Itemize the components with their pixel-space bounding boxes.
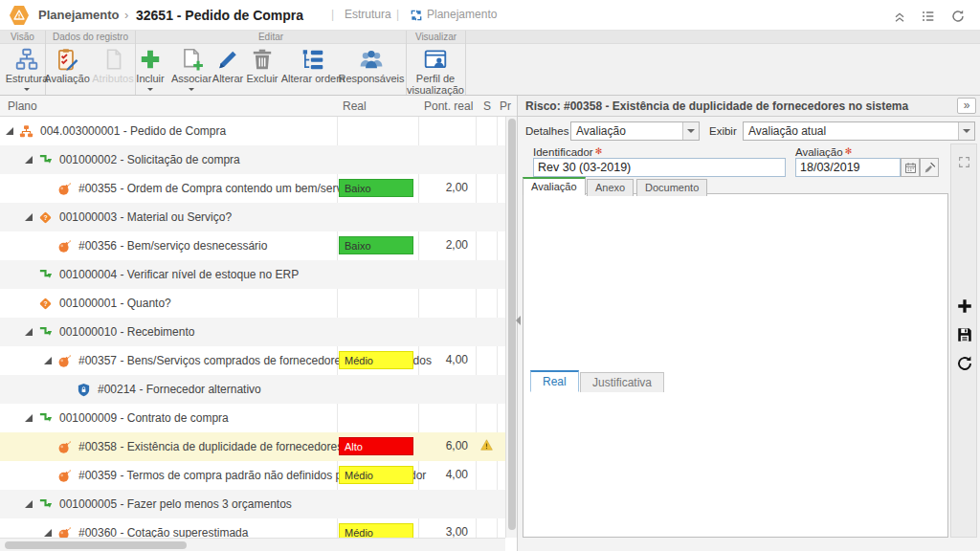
incluir-button[interactable]: Incluir xyxy=(129,47,171,96)
tree-row-label: 001000002 - Solicitação de compra xyxy=(59,153,240,166)
tree-row-label: 001000003 - Material ou Serviço? xyxy=(59,210,232,224)
table-row[interactable]: #00356 - Bem/serviço desnecessário Baixo… xyxy=(0,231,505,260)
status-badge: Médio xyxy=(339,351,413,369)
table-row[interactable]: #00359 - Termos de compra padrão não def… xyxy=(0,461,505,490)
risk-bomb-icon xyxy=(57,182,72,196)
save-button[interactable] xyxy=(956,326,973,343)
identificador-label: Identificador xyxy=(533,146,602,158)
table-row[interactable]: #00357 - Bens/Serviços comprados de forn… xyxy=(0,346,505,375)
tree-row-label: 001000001 - Quanto? xyxy=(59,297,171,310)
expander-icon[interactable] xyxy=(25,156,33,164)
table-row[interactable]: 001000003 - Material ou Serviço? xyxy=(0,203,505,231)
header-link-planejamento[interactable]: Planejamento xyxy=(427,8,497,21)
scrollbar-thumb[interactable] xyxy=(5,541,187,549)
trash-icon xyxy=(250,47,275,72)
tree-row-label: #00356 - Bem/serviço desnecessário xyxy=(78,239,267,253)
divider: | xyxy=(331,8,334,21)
risk-bomb-icon xyxy=(57,354,72,368)
col-plano[interactable]: Plano xyxy=(8,99,37,113)
clear-date-button[interactable] xyxy=(920,158,939,177)
exibir-label: Exibir xyxy=(709,125,737,137)
chevron-down-icon xyxy=(147,88,153,94)
refresh-icon xyxy=(956,355,973,372)
table-row[interactable]: 001000004 - Verificar nível de estoque n… xyxy=(0,260,505,289)
avaliacao-date-input[interactable] xyxy=(795,158,901,177)
divider: | xyxy=(396,8,399,21)
table-row[interactable]: 001000005 - Fazer pelo menos 3 orçamento… xyxy=(0,490,505,518)
tab-anexo[interactable]: Anexo xyxy=(587,179,634,196)
plus-icon xyxy=(956,298,973,315)
toolbar-group-dados: Dados do registro xyxy=(46,31,135,44)
calendar-button[interactable] xyxy=(901,158,920,177)
toolbar: Visão Dados do registro Editar Visualiza… xyxy=(0,31,980,96)
activity-icon xyxy=(38,153,53,167)
panel-collapse-handle[interactable] xyxy=(511,316,521,325)
horizontal-scrollbar[interactable] xyxy=(0,538,505,551)
broom-icon xyxy=(924,162,936,174)
tab-documento[interactable]: Documento xyxy=(636,179,707,196)
col-s[interactable]: S xyxy=(483,99,491,113)
table-row[interactable]: 001000002 - Solicitação de compra xyxy=(0,145,505,174)
avaliacao-date-label: Avaliação xyxy=(795,146,852,158)
panel-title-bar: Risco: #00358 - Existência de duplicidad… xyxy=(518,96,980,117)
side-action-strip xyxy=(950,143,977,538)
associate-icon xyxy=(179,47,204,72)
perfil-visualizacao-button[interactable]: Perfil de visualização xyxy=(397,47,474,96)
table-row[interactable]: 001000010 - Recebimento xyxy=(0,318,505,346)
risk-detail-panel: Risco: #00358 - Existência de duplicidad… xyxy=(517,96,980,551)
tree-header: Plano Real Pont. real S Pr xyxy=(0,96,517,117)
expander-icon[interactable] xyxy=(25,500,33,508)
toolbar-group-visao: Visão xyxy=(0,31,45,44)
col-pr[interactable]: Pr xyxy=(500,99,511,113)
add-icon xyxy=(138,47,163,72)
list-icon[interactable] xyxy=(921,9,936,24)
col-real[interactable]: Real xyxy=(343,99,367,113)
decision-icon xyxy=(38,297,53,311)
structure-icon xyxy=(19,124,33,139)
table-row[interactable]: #00355 - Ordem de Compra contendo um bem… xyxy=(0,174,505,203)
expander-icon[interactable] xyxy=(44,357,52,364)
tree-row-label: 001000004 - Verificar nível de estoque n… xyxy=(59,268,299,281)
reload-button[interactable] xyxy=(956,355,973,372)
exibir-select[interactable]: Avaliação atual xyxy=(743,121,975,141)
expander-icon[interactable] xyxy=(25,414,33,422)
warning-icon xyxy=(479,438,494,452)
identificador-input[interactable] xyxy=(533,158,786,177)
expander-icon[interactable] xyxy=(44,529,52,537)
collapse-up-icon[interactable] xyxy=(892,9,907,24)
activity-icon xyxy=(38,497,53,512)
tab-avaliacao[interactable]: Avaliação xyxy=(523,177,586,195)
vertical-scrollbar[interactable] xyxy=(505,117,517,538)
status-badge: Baixo xyxy=(339,179,413,197)
table-row[interactable]: 001000001 - Quanto? xyxy=(0,289,505,318)
subtab-real[interactable]: Real xyxy=(530,370,579,392)
edit-icon xyxy=(215,47,240,72)
plan-tree-panel: Plano Real Pont. real S Pr 004.003000001… xyxy=(0,96,517,551)
detalhes-select[interactable]: Avaliação xyxy=(570,121,700,141)
pont-real-value: 2,00 xyxy=(418,238,468,252)
tree-row-label: 001000010 - Recebimento xyxy=(59,325,194,339)
avaliacao-tab-content xyxy=(523,193,948,538)
table-row-selected[interactable]: #00358 - Existência de duplicidade de fo… xyxy=(0,432,505,461)
maximize-icon[interactable] xyxy=(958,156,970,168)
panel-collapse-button[interactable]: » xyxy=(957,98,976,114)
refresh-icon[interactable] xyxy=(950,9,966,24)
breadcrumb-section[interactable]: Planejamento xyxy=(38,8,120,22)
decision-icon xyxy=(38,210,53,225)
toolbar-group-editar: Editar xyxy=(136,31,406,44)
table-row[interactable]: #00214 - Fornecedor alternativo xyxy=(0,375,505,404)
status-badge: Médio xyxy=(339,466,413,484)
expander-icon[interactable] xyxy=(25,328,33,336)
table-row[interactable]: 001000009 - Contrato de compra xyxy=(0,404,505,432)
header-link-estrutura[interactable]: Estrutura xyxy=(345,8,391,21)
table-row[interactable]: 004.003000001 - Pedido de Compra xyxy=(0,117,505,145)
expander-icon[interactable] xyxy=(6,127,13,135)
toolbar-group-visualizar: Visualizar xyxy=(407,31,465,44)
expander-icon[interactable] xyxy=(25,213,33,221)
activity-icon xyxy=(38,268,53,282)
page-title: 32651 - Pedido de Compra xyxy=(136,8,303,23)
col-pontreal[interactable]: Pont. real xyxy=(424,99,473,113)
subtab-justificativa[interactable]: Justificativa xyxy=(580,372,664,392)
add-button[interactable] xyxy=(956,298,973,315)
avaliacao-button[interactable]: Avaliação xyxy=(40,47,94,84)
